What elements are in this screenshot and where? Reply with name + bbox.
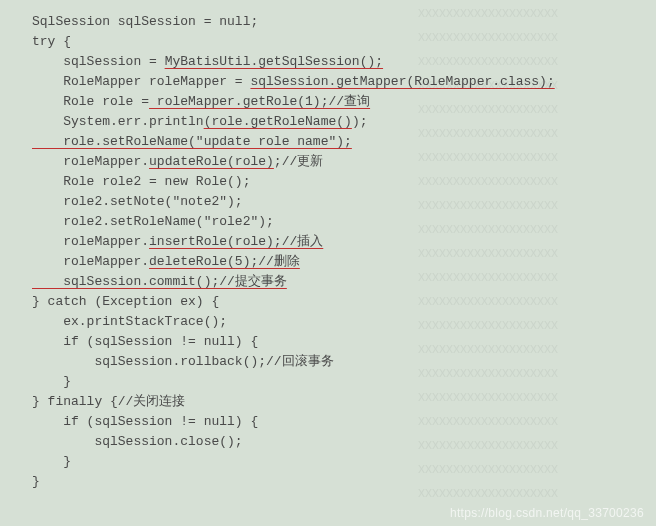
code-text: roleMapper. — [32, 154, 149, 169]
code-text-underlined: roleMapper.getRole(1);//查询 — [149, 94, 370, 109]
code-line: } catch (Exception ex) { — [0, 292, 656, 312]
code-line: SqlSession sqlSession = null; — [0, 12, 656, 32]
code-text: } — [32, 474, 40, 489]
code-text: SqlSession sqlSession = null; — [32, 14, 258, 29]
code-line: System.err.println(role.getRoleName()); — [0, 112, 656, 132]
code-text: ;//更新 — [274, 154, 323, 169]
code-text: role2.setNote("note2"); — [32, 194, 243, 209]
code-line: } — [0, 472, 656, 492]
code-line: roleMapper.deleteRole(5);//删除 — [0, 252, 656, 272]
code-text: Role role2 = new Role(); — [32, 174, 250, 189]
code-text-underlined: sqlSession.getMapper(RoleMapper.class); — [250, 74, 554, 89]
code-line: Role role2 = new Role(); — [0, 172, 656, 192]
code-text: Role role = — [32, 94, 149, 109]
code-text: roleMapper. — [32, 254, 149, 269]
watermark-text: https://blog.csdn.net/qq_33700236 — [450, 506, 644, 520]
code-line: roleMapper.insertRole(role);//插入 — [0, 232, 656, 252]
code-text: try { — [32, 34, 71, 49]
code-line: try { — [0, 32, 656, 52]
code-text: if (sqlSession != null) { — [32, 334, 258, 349]
code-text-underlined: sqlSession.commit();//提交事务 — [32, 274, 287, 289]
code-text: sqlSession.rollback();//回滚事务 — [32, 354, 334, 369]
code-text-underlined: deleteRole(5);//删除 — [149, 254, 300, 269]
code-text: if (sqlSession != null) { — [32, 414, 258, 429]
code-line: sqlSession.close(); — [0, 432, 656, 452]
code-text: RoleMapper roleMapper = — [32, 74, 250, 89]
code-block: SqlSession sqlSession = null; try { sqlS… — [0, 12, 656, 492]
code-line: } — [0, 372, 656, 392]
code-text-underlined: MyBatisUtil.getSqlSession(); — [165, 54, 383, 69]
code-text: role2.setRoleName("role2"); — [32, 214, 274, 229]
code-line: ex.printStackTrace(); — [0, 312, 656, 332]
code-line: if (sqlSession != null) { — [0, 412, 656, 432]
code-text: } — [32, 454, 71, 469]
code-line: } finally {//关闭连接 — [0, 392, 656, 412]
code-line: Role role = roleMapper.getRole(1);//查询 — [0, 92, 656, 112]
code-line: RoleMapper roleMapper = sqlSession.getMa… — [0, 72, 656, 92]
code-text: } finally {//关闭连接 — [32, 394, 185, 409]
code-line: sqlSession.commit();//提交事务 — [0, 272, 656, 292]
code-line: role2.setRoleName("role2"); — [0, 212, 656, 232]
code-text-underlined: insertRole(role);//插入 — [149, 234, 323, 249]
code-text-underlined: updateRole(role) — [149, 154, 274, 169]
code-line: if (sqlSession != null) { — [0, 332, 656, 352]
code-text: roleMapper. — [32, 234, 149, 249]
code-line: } — [0, 452, 656, 472]
code-line: sqlSession = MyBatisUtil.getSqlSession()… — [0, 52, 656, 72]
code-text: ); — [352, 114, 368, 129]
code-line: role.setRoleName("update role name"); — [0, 132, 656, 152]
code-text: System.err.println — [32, 114, 204, 129]
code-text: sqlSession = — [32, 54, 165, 69]
code-line: sqlSession.rollback();//回滚事务 — [0, 352, 656, 372]
code-text: ex.printStackTrace(); — [32, 314, 227, 329]
code-text: } — [32, 374, 71, 389]
code-text: } catch (Exception ex) { — [32, 294, 219, 309]
code-line: role2.setNote("note2"); — [0, 192, 656, 212]
code-line: roleMapper.updateRole(role);//更新 — [0, 152, 656, 172]
code-text-underlined: (role.getRoleName() — [204, 114, 352, 129]
code-text-underlined: role.setRoleName("update role name"); — [32, 134, 352, 149]
code-text: sqlSession.close(); — [32, 434, 243, 449]
